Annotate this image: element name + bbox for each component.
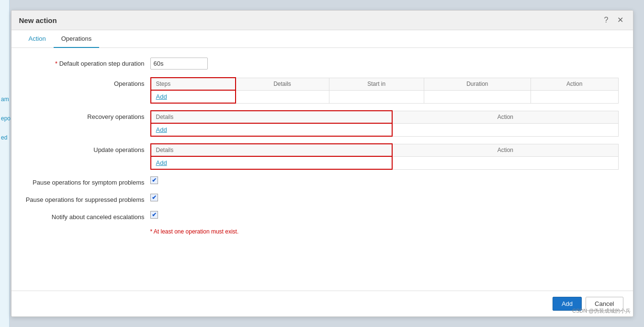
checkmark-icon-2: ✔ — [152, 194, 157, 201]
pause-suppressed-label: Pause operations for suppressed problems — [26, 194, 150, 203]
tabs-container: Action Operations — [11, 30, 633, 48]
update-table: Details Action Add — [150, 143, 619, 170]
pause-symptom-field: ✔ — [150, 176, 619, 184]
step-duration-field — [150, 58, 619, 70]
step-duration-row: * Default operation step duration — [26, 58, 619, 70]
tab-operations[interactable]: Operations — [54, 30, 100, 48]
pause-symptom-label: Pause operations for symptom problems — [26, 176, 150, 186]
add-operation-link[interactable]: Add — [156, 93, 167, 100]
col-details-rec: Details — [151, 111, 393, 123]
sidebar-item-epo: epo — [1, 115, 11, 122]
recovery-table: Details Action Add — [150, 110, 619, 137]
new-action-dialog: New action ? ✕ Action Operations * Defau… — [11, 10, 633, 317]
table-row: Add — [151, 123, 619, 136]
dialog-header: New action ? ✕ — [11, 11, 633, 30]
validation-message: * At least one operation must exist. — [26, 228, 619, 235]
update-table-container: Details Action Add — [150, 143, 619, 170]
col-action: Action — [531, 78, 618, 90]
start-in-cell-ops — [329, 90, 424, 103]
col-details: Details — [236, 78, 329, 90]
sidebar-item-am: am — [1, 96, 9, 103]
step-duration-label: * Default operation step duration — [26, 58, 150, 67]
help-button[interactable]: ? — [602, 15, 610, 25]
notify-canceled-checkbox[interactable]: ✔ — [150, 211, 158, 219]
action-cell-rec — [392, 123, 618, 136]
col-duration: Duration — [424, 78, 531, 90]
recovery-operations-label: Recovery operations — [26, 110, 150, 120]
add-link-cell-rec: Add — [151, 123, 393, 136]
add-link-cell-upd: Add — [151, 156, 393, 169]
dialog-overlay: am epo ed New action ? ✕ Action Operatio… — [0, 0, 644, 327]
update-operations-label: Update operations — [26, 143, 150, 153]
notify-canceled-field: ✔ — [150, 211, 619, 219]
add-update-link[interactable]: Add — [156, 159, 167, 166]
checkmark-icon: ✔ — [152, 177, 157, 184]
col-details-upd: Details — [151, 144, 393, 156]
details-cell-ops — [236, 90, 329, 103]
table-row: Add — [151, 156, 619, 169]
sidebar-item-ed: ed — [1, 134, 7, 141]
recovery-table-container: Details Action Add — [150, 110, 619, 137]
action-cell-upd — [392, 156, 618, 169]
pause-suppressed-checkbox[interactable]: ✔ — [150, 194, 158, 201]
operations-label: Operations — [26, 77, 150, 87]
col-action-upd: Action — [392, 144, 618, 156]
duration-cell-ops — [424, 90, 531, 103]
notify-canceled-row: Notify about canceled escalations ✔ — [26, 211, 619, 221]
recovery-operations-row: Recovery operations Details Action — [26, 110, 619, 137]
step-duration-input[interactable] — [150, 58, 208, 70]
table-row: Add — [151, 90, 619, 103]
col-start-in: Start in — [329, 78, 424, 90]
checkmark-icon-3: ✔ — [152, 211, 157, 218]
operations-row: Operations Steps Details Start in Durati… — [26, 77, 619, 104]
dialog-body: Action Operations * Default operation st… — [11, 30, 633, 264]
action-cell-ops — [531, 90, 618, 103]
pause-symptom-row: Pause operations for symptom problems ✔ — [26, 176, 619, 186]
update-operations-row: Update operations Details Action — [26, 143, 619, 170]
watermark: CSDN @伪装成城的小兵 — [572, 307, 631, 315]
dialog-footer: Add Cancel — [11, 291, 633, 316]
required-star: * — [55, 60, 57, 67]
operations-table: Steps Details Start in Duration Action — [150, 77, 619, 104]
dialog-header-actions: ? ✕ — [602, 15, 625, 25]
pause-symptom-checkbox[interactable]: ✔ — [150, 176, 158, 184]
add-recovery-link[interactable]: Add — [156, 126, 167, 133]
col-steps: Steps — [151, 78, 236, 90]
notify-canceled-label: Notify about canceled escalations — [26, 211, 150, 221]
add-link-cell-ops: Add — [151, 90, 236, 103]
pause-suppressed-row: Pause operations for suppressed problems… — [26, 194, 619, 203]
pause-suppressed-field: ✔ — [150, 194, 619, 201]
operations-table-container: Steps Details Start in Duration Action — [150, 77, 619, 104]
dialog-title: New action — [19, 16, 57, 24]
close-button[interactable]: ✕ — [615, 15, 625, 25]
form-section: * Default operation step duration Operat… — [11, 58, 633, 235]
col-action-rec: Action — [392, 111, 618, 123]
tab-action[interactable]: Action — [21, 30, 54, 48]
